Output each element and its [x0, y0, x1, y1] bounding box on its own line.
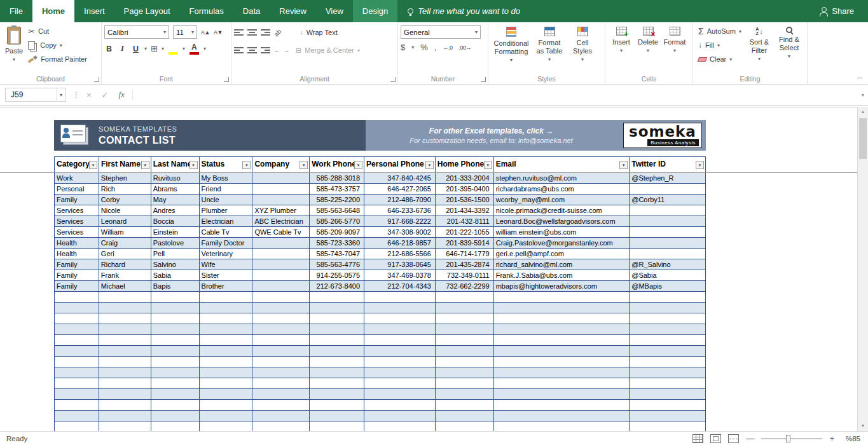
table-cell[interactable]: [252, 400, 310, 410]
table-cell[interactable]: [310, 346, 364, 356]
promo-link[interactable]: For other Excel templates, click →: [429, 127, 553, 135]
table-cell[interactable]: Veterinary: [200, 249, 253, 259]
table-cell[interactable]: [99, 357, 151, 367]
table-cell[interactable]: @Stephen_R: [630, 173, 705, 183]
table-cell[interactable]: [494, 324, 630, 334]
table-cell[interactable]: Frank.J.Sabia@ubs.com: [494, 270, 630, 280]
table-cell[interactable]: [151, 367, 200, 378]
copy-button[interactable]: Copy ▾: [25, 38, 90, 52]
table-cell[interactable]: Michael: [99, 281, 151, 291]
empty-table-row[interactable]: [55, 411, 705, 421]
formula-input[interactable]: [137, 87, 858, 102]
table-cell[interactable]: 917-338-0645: [364, 259, 436, 270]
enter-icon[interactable]: ✓: [102, 90, 109, 100]
table-cell[interactable]: [55, 411, 99, 421]
empty-table-row[interactable]: [55, 400, 705, 411]
scrollbar-thumb[interactable]: [859, 118, 867, 159]
conditional-formatting-button[interactable]: Conditional Formatting ▾: [491, 24, 532, 74]
table-cell[interactable]: 917-668-2222: [364, 216, 436, 226]
table-cell[interactable]: 585-563-6648: [310, 205, 364, 216]
name-box[interactable]: J59 ▾: [5, 88, 66, 102]
empty-table-row[interactable]: [55, 378, 705, 389]
table-cell[interactable]: [494, 378, 630, 388]
table-cell[interactable]: [436, 324, 494, 334]
table-cell[interactable]: [151, 292, 200, 302]
table-cell[interactable]: [252, 421, 310, 431]
table-cell[interactable]: [364, 411, 436, 421]
paste-dropdown-icon[interactable]: ▾: [13, 55, 15, 64]
table-cell[interactable]: [151, 400, 200, 410]
table-cell[interactable]: [494, 389, 630, 399]
table-cell[interactable]: Family: [55, 281, 99, 291]
table-cell[interactable]: stephen.ruvituso@ml.com: [494, 173, 630, 183]
empty-table-row[interactable]: [55, 346, 705, 357]
table-cell[interactable]: [436, 389, 494, 399]
table-cell[interactable]: [151, 313, 200, 324]
table-cell[interactable]: [200, 400, 253, 410]
table-cell[interactable]: 585-743-7047: [310, 249, 364, 259]
table-cell[interactable]: Craig.Pastolove@morganstanley.com: [494, 238, 630, 248]
table-cell[interactable]: Brother: [200, 281, 253, 291]
table-cell[interactable]: mbapis@hightoweradvisors.com: [494, 281, 630, 291]
zoom-out-icon[interactable]: —: [746, 434, 754, 443]
empty-table-row[interactable]: [55, 367, 705, 378]
table-cell[interactable]: Family Doctor: [200, 238, 253, 248]
table-cell[interactable]: Stephen: [99, 173, 151, 183]
table-cell[interactable]: Einstein: [151, 227, 200, 237]
cut-button[interactable]: ✂ Cut: [25, 24, 90, 38]
table-cell[interactable]: [99, 324, 151, 334]
table-cell[interactable]: [151, 303, 200, 313]
page-break-view-icon[interactable]: [728, 434, 739, 443]
table-cell[interactable]: Family: [55, 259, 99, 270]
table-cell[interactable]: @MBapis: [630, 281, 705, 291]
table-cell[interactable]: 212-673-8400: [310, 281, 364, 291]
table-cell[interactable]: [99, 292, 151, 302]
tell-me-box[interactable]: Tell me what you want to do: [397, 0, 530, 22]
table-cell[interactable]: 201-839-5914: [436, 238, 494, 248]
table-cell[interactable]: [310, 335, 364, 345]
tab-page-layout[interactable]: Page Layout: [114, 0, 180, 22]
decrease-decimal-icon[interactable]: .00→: [458, 44, 471, 51]
delete-cells-button[interactable]: Delete ▾: [635, 24, 661, 74]
table-cell[interactable]: [151, 389, 200, 399]
name-box-dropdown-icon[interactable]: ▾: [56, 88, 65, 101]
paste-button[interactable]: Paste ▾: [3, 24, 25, 74]
table-cell[interactable]: Services: [55, 216, 99, 226]
table-cell[interactable]: [436, 292, 494, 302]
table-row[interactable]: FamilyCorbyMayUncle585-225-2200212-486-7…: [55, 195, 705, 205]
table-cell[interactable]: 201-395-0400: [436, 184, 494, 194]
table-cell[interactable]: [55, 357, 99, 367]
font-size-select[interactable]: 11▾: [173, 25, 197, 39]
table-cell[interactable]: [310, 400, 364, 410]
table-cell[interactable]: May: [151, 195, 200, 205]
table-cell[interactable]: [310, 292, 364, 302]
table-cell[interactable]: Richard: [99, 259, 151, 270]
table-cell[interactable]: [252, 259, 310, 270]
table-cell[interactable]: Craig: [99, 238, 151, 248]
table-cell[interactable]: [310, 324, 364, 334]
table-cell[interactable]: [364, 367, 436, 378]
worksheet[interactable]: SOMEKA TEMPLATES CONTACT LIST For other …: [0, 107, 857, 431]
table-cell[interactable]: 347-840-4245: [364, 173, 436, 183]
table-row[interactable]: ServicesLeonardBocciaElectricianABC Elec…: [55, 216, 705, 227]
merge-center-button[interactable]: ⊟ Merge & Center ▾: [293, 43, 362, 57]
table-cell[interactable]: [252, 281, 310, 291]
table-cell[interactable]: [99, 389, 151, 399]
table-cell[interactable]: [630, 303, 705, 313]
table-cell[interactable]: @Sabia: [630, 270, 705, 280]
table-cell[interactable]: [252, 367, 310, 378]
table-cell[interactable]: Personal: [55, 184, 99, 194]
table-cell[interactable]: [630, 389, 705, 399]
table-cell[interactable]: [151, 411, 200, 421]
table-cell[interactable]: [630, 249, 705, 259]
table-row[interactable]: ServicesWilliamEinsteinCable TvQWE Cable…: [55, 227, 705, 238]
table-cell[interactable]: 347-469-0378: [364, 270, 436, 280]
fill-button[interactable]: ↓ Fill ▾: [696, 38, 744, 52]
table-cell[interactable]: [494, 292, 630, 302]
table-cell[interactable]: [200, 367, 253, 378]
empty-table-row[interactable]: [55, 313, 705, 324]
orientation-icon[interactable]: ab: [273, 27, 283, 38]
table-cell[interactable]: [630, 313, 705, 324]
normal-view-icon[interactable]: [692, 434, 703, 443]
tab-data[interactable]: Data: [233, 0, 270, 22]
